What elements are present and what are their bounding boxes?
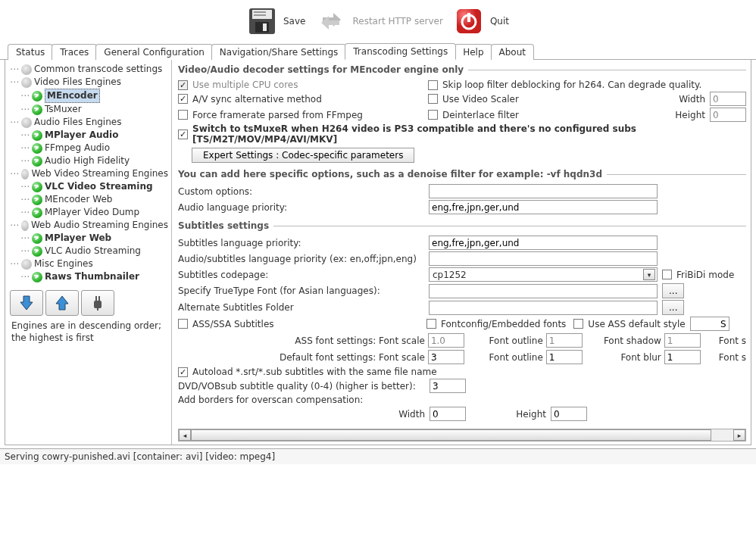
video-scaler-checkbox[interactable] <box>428 94 438 104</box>
fontconfig-checkbox[interactable] <box>426 319 436 329</box>
tree-item-vlc-audio-streaming[interactable]: ⋯VLC Audio Streaming <box>8 245 170 257</box>
tree-item-audio-files-engines[interactable]: ⋯Audio Files Engines <box>8 116 170 129</box>
ttf-browse-button[interactable]: ... <box>662 283 684 298</box>
def-scale-label: Default font settings: Font scale <box>178 352 425 363</box>
svg-rect-9 <box>467 13 470 22</box>
def-outline-input[interactable] <box>546 350 583 364</box>
audio-lang-label: Audio language priority: <box>178 202 424 213</box>
tree-dots-icon: ⋯ <box>20 103 30 116</box>
tree-item-ffmpeg-audio[interactable]: ⋯FFmpeg Audio <box>8 142 170 154</box>
tab-general[interactable]: General Configuration <box>95 44 213 60</box>
tree-item-mplayer-audio[interactable]: ⋯MPlayer Audio <box>8 129 170 142</box>
tree-item-common-transcode-settings[interactable]: ⋯Common transcode settings <box>8 63 170 76</box>
force-framerate-checkbox[interactable] <box>178 110 188 120</box>
scaler-width-label: Width <box>679 94 705 105</box>
ass-default-checkbox[interactable] <box>573 319 583 329</box>
move-down-button[interactable] <box>10 290 43 316</box>
dvq-label: DVD/VOBsub subtitle quality (0-4) (highe… <box>178 381 425 392</box>
ass-outline-input[interactable] <box>546 333 583 348</box>
ass-ssa-checkbox[interactable] <box>178 319 188 329</box>
horizontal-scrollbar[interactable]: ◂ ▸ <box>178 429 746 442</box>
codepage-select[interactable]: cp1252▾ <box>429 267 658 282</box>
quit-label: Quit <box>490 16 509 27</box>
tree-item-web-audio-streaming-engines[interactable]: ⋯Web Audio Streaming Engines <box>8 219 170 232</box>
custom-legend: You can add here specific options, such … <box>178 169 607 179</box>
engine-enabled-icon <box>32 272 42 282</box>
tree-dots-icon: ⋯ <box>20 193 30 206</box>
overscan-height-input[interactable] <box>551 407 587 421</box>
svg-rect-13 <box>97 308 98 311</box>
subtitles-group: Subtitles settings Subtitles language pr… <box>178 220 746 424</box>
autoload-checkbox[interactable] <box>178 367 188 377</box>
tree-item-label: VLC Video Streaming <box>45 180 153 193</box>
ass-shadow-input[interactable] <box>664 333 701 348</box>
gear-icon <box>21 64 32 75</box>
altfolder-label: Alternate Subtitles Folder <box>178 302 424 313</box>
tree-item-mplayer-video-dump[interactable]: ⋯MPlayer Video Dump <box>8 206 170 219</box>
scroll-right-icon[interactable]: ▸ <box>733 429 745 441</box>
tree-item-mencoder-web[interactable]: ⋯MEncoder Web <box>8 193 170 206</box>
dvq-input[interactable] <box>430 379 466 393</box>
def-blur-input[interactable] <box>664 350 701 364</box>
scaler-height-input[interactable] <box>710 108 746 122</box>
scrollbar-thumb[interactable] <box>191 429 711 441</box>
tree-item-audio-high-fidelity[interactable]: ⋯Audio High Fidelity <box>8 154 170 167</box>
svg-rect-12 <box>98 296 100 301</box>
ttf-input[interactable] <box>429 284 658 298</box>
switch-tsmuxer-checkbox[interactable] <box>178 130 188 139</box>
audio-lang-input[interactable] <box>429 200 658 214</box>
skip-loop-checkbox[interactable] <box>428 80 438 90</box>
tree-item-web-video-streaming-engines[interactable]: ⋯Web Video Streaming Engines <box>8 167 170 180</box>
sub-lang-input[interactable] <box>429 236 658 250</box>
tree-item-label: Web Video Streaming Engines <box>31 167 168 180</box>
tab-help[interactable]: Help <box>455 44 492 60</box>
chevron-down-icon[interactable]: ▾ <box>643 269 655 280</box>
scroll-left-icon[interactable]: ◂ <box>179 429 191 441</box>
tree-item-raws-thumbnailer[interactable]: ⋯Raws Thumbnailer <box>8 270 170 283</box>
engine-enabled-icon <box>32 105 42 115</box>
altfolder-input[interactable] <box>429 301 658 315</box>
overscan-width-input[interactable] <box>430 407 466 421</box>
restart-button: Restart HTTP server <box>316 6 442 36</box>
tree-item-mplayer-web[interactable]: ⋯MPlayer Web <box>8 232 170 245</box>
decoder-group: Video/Audio decoder settings for MEncode… <box>178 64 746 166</box>
sub-lang-label: Subtitles language priority: <box>178 238 424 248</box>
deinterlace-checkbox[interactable] <box>428 110 438 120</box>
custom-options-input[interactable] <box>429 184 658 198</box>
tab-status[interactable]: Status <box>8 44 53 60</box>
as-lang-input[interactable] <box>429 251 658 266</box>
move-up-button[interactable] <box>45 290 79 316</box>
scaler-width-input[interactable] <box>710 92 746 106</box>
tree-dots-icon: ⋯ <box>20 180 30 193</box>
ass-scale-input[interactable] <box>428 333 464 348</box>
tree-item-mencoder[interactable]: ⋯MEncoder <box>8 89 170 103</box>
codepage-value: cp1252 <box>433 270 467 280</box>
multi-cpu-label: Use multiple CPU cores <box>192 80 298 90</box>
switch-tsmuxer-label: Switch to tsMuxeR when H264 video is PS3… <box>192 123 677 145</box>
tree-item-tsmuxer[interactable]: ⋯TsMuxer <box>8 103 170 116</box>
tree-dots-icon: ⋯ <box>10 116 19 129</box>
tree-item-vlc-video-streaming[interactable]: ⋯VLC Video Streaming <box>8 180 170 193</box>
ass-outline-label: Font outline <box>467 335 543 346</box>
expert-settings-button[interactable]: Expert Settings : Codec-specific paramet… <box>192 148 414 163</box>
def-scale-input[interactable] <box>428 350 464 364</box>
altfolder-browse-button[interactable]: ... <box>662 300 684 315</box>
tab-about[interactable]: About <box>491 44 534 60</box>
tab-traces[interactable]: Traces <box>52 44 97 60</box>
save-button[interactable]: Save <box>247 6 305 36</box>
svg-rect-10 <box>94 301 102 308</box>
tree-item-misc-engines[interactable]: ⋯Misc Engines <box>8 257 170 270</box>
save-label: Save <box>283 16 305 27</box>
tree-dots-icon: ⋯ <box>10 76 19 89</box>
tab-transcoding[interactable]: Transcoding Settings <box>345 43 456 60</box>
av-sync-checkbox[interactable] <box>178 94 188 104</box>
ass-shadow-label: Font shadow <box>586 335 661 346</box>
tab-navigation[interactable]: Navigation/Share Settings <box>211 44 346 60</box>
quit-button[interactable]: Quit <box>454 6 509 36</box>
fribidi-checkbox[interactable] <box>662 270 672 279</box>
status-bar: Serving cowry-punished.avi [container: a… <box>0 448 756 464</box>
ass-default-style-input[interactable] <box>690 317 729 331</box>
tree-item-video-files-engines[interactable]: ⋯Video Files Engines <box>8 76 170 89</box>
tree-item-label: MEncoder Web <box>45 193 112 206</box>
plugin-button[interactable] <box>81 290 114 316</box>
